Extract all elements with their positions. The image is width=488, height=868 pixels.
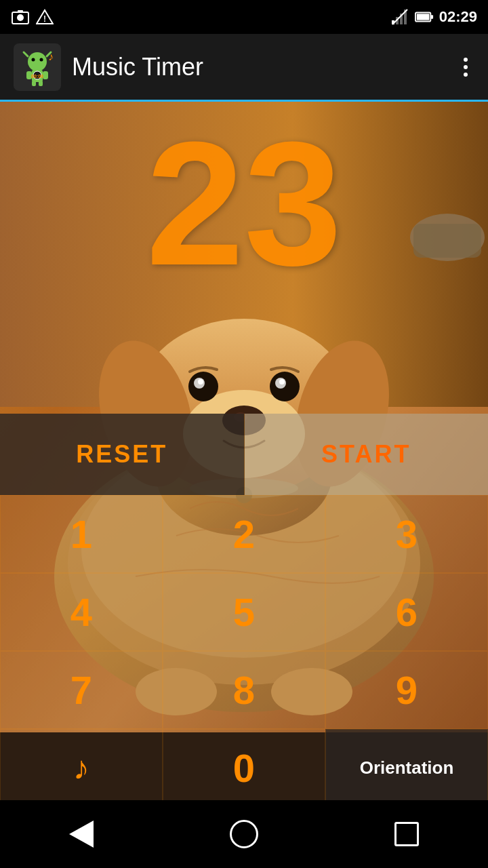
nav-recents-button[interactable] [388,816,426,853]
no-signal-icon [390,7,409,26]
svg-text:♪: ♪ [48,51,54,62]
nav-back-button[interactable] [63,816,100,853]
svg-line-21 [24,52,28,56]
svg-rect-20 [39,81,43,86]
start-button[interactable]: START [245,414,489,495]
svg-rect-11 [430,15,433,19]
numpad-4[interactable]: 4 [0,573,163,651]
svg-rect-2 [18,10,23,13]
svg-point-14 [32,58,35,61]
svg-text:!: ! [43,14,46,24]
numpad-9[interactable]: 9 [325,651,488,729]
numpad-8[interactable]: 8 [163,651,325,729]
timer-display: 23 [0,115,488,292]
home-circle-icon [230,820,258,848]
svg-point-45 [198,379,203,384]
numpad-music[interactable]: ♪ [0,729,163,807]
svg-point-1 [17,14,24,21]
numpad-2[interactable]: 2 [163,495,325,573]
numpad-7[interactable]: 7 [0,651,163,729]
control-buttons: RESET START [0,414,488,495]
numpad-1[interactable]: 1 [0,495,163,573]
numpad-3[interactable]: 3 [325,495,488,573]
numpad-6[interactable]: 6 [325,573,488,651]
svg-point-13 [28,52,47,71]
main-content: 23 RESET START 1 2 3 4 5 6 7 8 9 ♪ 0 Ori… [0,102,488,868]
svg-point-46 [279,379,285,384]
menu-dot-2 [464,65,468,69]
photo-icon [11,7,30,26]
nav-bar [0,800,488,868]
svg-point-15 [40,58,43,61]
more-vert-button[interactable] [457,51,474,83]
clock-display: 02:29 [439,8,477,26]
numpad-5[interactable]: 5 [163,573,325,651]
action-bar: 00:00 ♪ Music Timer [0,34,488,102]
warning-icon: ! [35,7,54,26]
back-arrow-icon [69,821,94,848]
app-icon: 00:00 ♪ [14,43,61,91]
app-title: Music Timer [72,53,203,81]
svg-rect-18 [43,71,48,79]
status-left-icons: ! [11,7,54,26]
nav-home-button[interactable] [226,816,263,853]
recents-square-icon [394,822,419,846]
app-title-section: 00:00 ♪ Music Timer [14,43,203,91]
svg-rect-19 [32,81,36,86]
reset-button[interactable]: RESET [0,414,245,495]
orientation-button[interactable]: Orientation [325,729,488,807]
numpad-0[interactable]: 0 [163,729,325,807]
menu-dot-3 [464,73,468,77]
status-bar: ! 02:29 [0,0,488,34]
menu-dot-1 [464,58,468,62]
status-right-icons: 02:29 [390,7,477,26]
numpad: 1 2 3 4 5 6 7 8 9 ♪ 0 Orientation [0,495,488,807]
svg-text:00:00: 00:00 [31,74,43,79]
battery-icon [415,7,434,26]
svg-rect-12 [417,14,430,20]
